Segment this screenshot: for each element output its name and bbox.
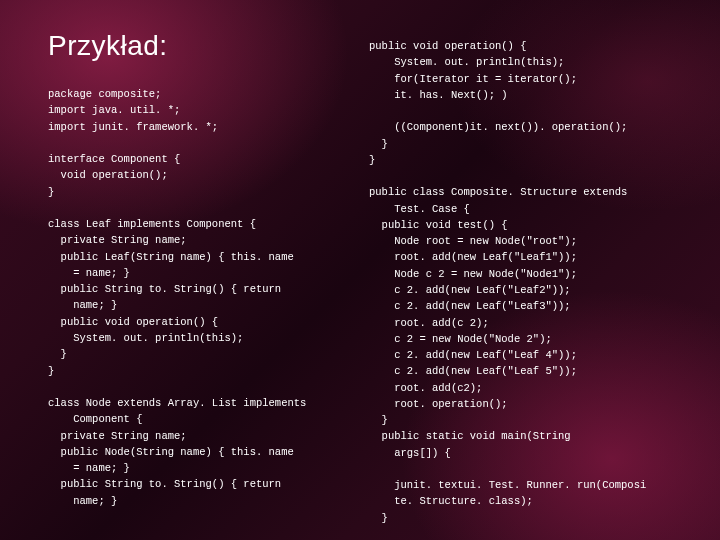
- left-column: Przykład: package composite; import java…: [48, 30, 351, 510]
- slide: Przykład: package composite; import java…: [48, 30, 672, 510]
- code-block-right: public void operation() { System. out. p…: [369, 38, 672, 526]
- slide-title: Przykład:: [48, 30, 351, 62]
- code-block-left: package composite; import java. util. *;…: [48, 86, 351, 509]
- right-column: public void operation() { System. out. p…: [369, 30, 672, 510]
